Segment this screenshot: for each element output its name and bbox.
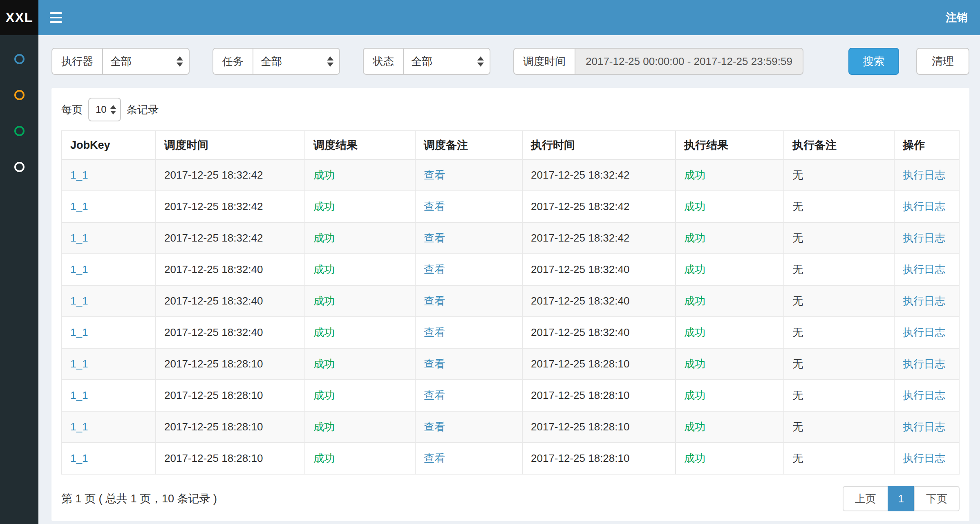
handle-time-cell: 2017-12-25 18:32:40 (522, 285, 676, 317)
jobkey-link[interactable]: 1_1 (70, 358, 88, 370)
trigger-msg-link[interactable]: 查看 (424, 389, 445, 401)
jobkey-link[interactable]: 1_1 (70, 200, 88, 213)
col-header-action: 操作 (894, 131, 959, 159)
trigger-time-cell: 2017-12-25 18:28:10 (156, 443, 305, 474)
executor-filter-group: 执行器 全部 (51, 48, 190, 75)
logout-link[interactable]: 注销 (946, 10, 968, 25)
execution-log-link[interactable]: 执行日志 (903, 295, 945, 307)
execution-log-link[interactable]: 执行日志 (903, 358, 945, 370)
sidebar-item-job-manage[interactable] (0, 77, 38, 113)
handle-msg-cell: 无 (784, 317, 894, 348)
jobkey-link[interactable]: 1_1 (70, 452, 88, 464)
jobkey-link[interactable]: 1_1 (70, 389, 88, 401)
next-page-button[interactable]: 下页 (914, 486, 960, 511)
executor-filter-label: 执行器 (51, 48, 102, 75)
prev-page-button[interactable]: 上页 (843, 486, 888, 511)
dispatch-log-table: JobKey 调度时间 调度结果 调度备注 执行时间 执行结果 执行备注 操作 … (61, 130, 960, 475)
execution-log-link[interactable]: 执行日志 (903, 200, 945, 213)
jobkey-link[interactable]: 1_1 (70, 326, 88, 338)
sidebar-item-executor-manage[interactable] (0, 149, 38, 185)
trigger-msg-link[interactable]: 查看 (424, 295, 445, 307)
jobkey-link-cell: 1_1 (62, 159, 156, 191)
handle-time-cell: 2017-12-25 18:28:10 (522, 411, 676, 443)
trigger-msg-link[interactable]: 查看 (424, 452, 445, 464)
execution-log-link[interactable]: 执行日志 (903, 452, 945, 464)
status-filter-select[interactable]: 全部 (403, 48, 490, 75)
trigger-msg-link-cell: 查看 (415, 443, 522, 474)
handle-result-cell: 成功 (676, 317, 784, 348)
execution-log-link[interactable]: 执行日志 (903, 421, 945, 433)
table-row: 1_12017-12-25 18:32:42成功查看2017-12-25 18:… (62, 159, 959, 191)
col-header-jobkey: JobKey (62, 131, 156, 159)
handle-msg-cell: 无 (784, 191, 894, 222)
current-page-button[interactable]: 1 (888, 486, 915, 511)
select-arrows-icon (477, 56, 484, 67)
execution-log-link[interactable]: 执行日志 (903, 232, 945, 244)
jobkey-link[interactable]: 1_1 (70, 295, 88, 307)
job-filter-label: 任务 (213, 48, 253, 75)
table-row: 1_12017-12-25 18:32:40成功查看2017-12-25 18:… (62, 317, 959, 348)
main-content: 调度日志 任务调度中心 执行器 全部 任务 全部 状态 全部 调度 (38, 0, 980, 521)
jobkey-link[interactable]: 1_1 (70, 263, 88, 275)
handle-msg-cell: 无 (784, 254, 894, 285)
trigger-msg-link[interactable]: 查看 (424, 326, 445, 338)
trigger-msg-link[interactable]: 查看 (424, 232, 445, 244)
sidebar-item-job-log[interactable] (0, 113, 38, 149)
trigger-msg-link[interactable]: 查看 (424, 200, 445, 213)
handle-time-cell: 2017-12-25 18:32:42 (522, 191, 676, 222)
status-filter-label: 状态 (363, 48, 403, 75)
execution-log-link-cell: 执行日志 (894, 222, 959, 254)
page-size-value: 10 (96, 104, 110, 115)
jobkey-link[interactable]: 1_1 (70, 169, 88, 181)
handle-time-cell: 2017-12-25 18:32:40 (522, 317, 676, 348)
execution-log-link[interactable]: 执行日志 (903, 263, 945, 275)
clear-button[interactable]: 清理 (916, 48, 969, 75)
trigger-time-cell: 2017-12-25 18:32:42 (156, 191, 305, 222)
execution-log-link-cell: 执行日志 (894, 317, 959, 348)
log-table-body: 1_12017-12-25 18:32:42成功查看2017-12-25 18:… (62, 159, 959, 474)
trigger-time-cell: 2017-12-25 18:28:10 (156, 348, 305, 380)
jobkey-link-cell: 1_1 (62, 254, 156, 285)
trigger-time-cell: 2017-12-25 18:28:10 (156, 411, 305, 443)
filter-bar: 执行器 全部 任务 全部 状态 全部 调度时间 搜索 清理 (51, 48, 969, 75)
navbar-main: 注销 (38, 0, 980, 35)
page-size-select[interactable]: 10 (88, 98, 121, 121)
job-filter-select[interactable]: 全部 (253, 48, 340, 75)
execution-log-link-cell: 执行日志 (894, 254, 959, 285)
jobkey-link[interactable]: 1_1 (70, 421, 88, 433)
execution-log-link-cell: 执行日志 (894, 159, 959, 191)
trigger-time-cell: 2017-12-25 18:32:42 (156, 159, 305, 191)
select-arrows-icon (110, 105, 116, 114)
table-row: 1_12017-12-25 18:28:10成功查看2017-12-25 18:… (62, 348, 959, 380)
pagination: 上页 1 下页 (843, 486, 960, 511)
sidebar (0, 35, 38, 524)
execution-log-link[interactable]: 执行日志 (903, 389, 945, 401)
handle-result-cell: 成功 (676, 380, 784, 411)
execution-log-link-cell: 执行日志 (894, 380, 959, 411)
execution-log-link-cell: 执行日志 (894, 285, 959, 317)
jobkey-link-cell: 1_1 (62, 285, 156, 317)
execution-log-link[interactable]: 执行日志 (903, 169, 945, 181)
trigger-msg-link[interactable]: 查看 (424, 169, 445, 181)
trigger-time-range-input[interactable] (575, 48, 803, 75)
jobkey-link[interactable]: 1_1 (70, 232, 88, 244)
trigger-time-cell: 2017-12-25 18:32:40 (156, 285, 305, 317)
handle-msg-cell: 无 (784, 348, 894, 380)
executor-filter-select[interactable]: 全部 (102, 48, 190, 75)
status-filter-group: 状态 全部 (363, 48, 490, 75)
handle-time-cell: 2017-12-25 18:32:42 (522, 159, 676, 191)
trigger-result-cell: 成功 (305, 348, 415, 380)
trigger-msg-link[interactable]: 查看 (424, 421, 445, 433)
trigger-msg-link-cell: 查看 (415, 222, 522, 254)
trigger-msg-link[interactable]: 查看 (424, 358, 445, 370)
search-button[interactable]: 搜索 (848, 48, 899, 75)
handle-msg-cell: 无 (784, 285, 894, 317)
app-logo[interactable]: XXL (0, 0, 38, 35)
trigger-msg-link[interactable]: 查看 (424, 263, 445, 275)
execution-log-link[interactable]: 执行日志 (903, 326, 945, 338)
table-row: 1_12017-12-25 18:32:40成功查看2017-12-25 18:… (62, 254, 959, 285)
sidebar-item-dashboard[interactable] (0, 41, 38, 77)
sidebar-toggle-icon[interactable] (50, 12, 62, 23)
jobkey-link-cell: 1_1 (62, 411, 156, 443)
table-row: 1_12017-12-25 18:32:42成功查看2017-12-25 18:… (62, 222, 959, 254)
